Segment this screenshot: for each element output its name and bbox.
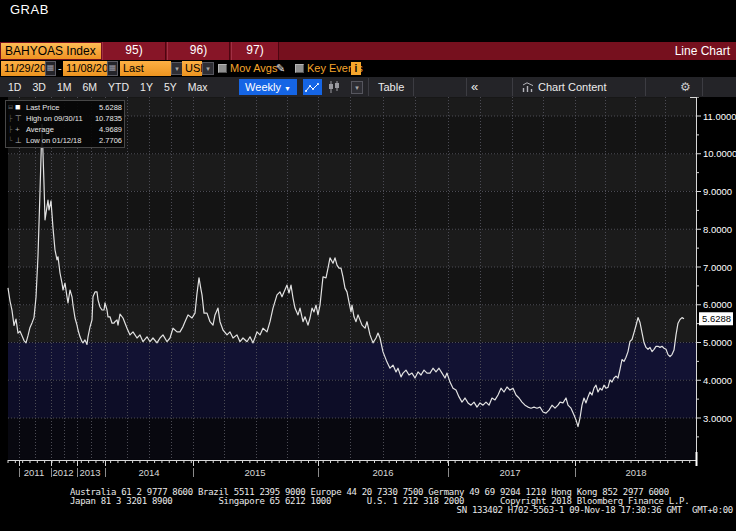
caret-down-icon: ▼: [284, 85, 291, 92]
svg-text:10.0000: 10.0000: [703, 148, 736, 159]
svg-text:2013: 2013: [79, 467, 100, 478]
chart-content-button[interactable]: Chart Content: [538, 77, 606, 97]
frequency-label: Weekly: [245, 81, 281, 93]
svg-text:9.0000: 9.0000: [703, 186, 732, 197]
footer-session-line: SN 133402 H702-5563-1 09-Nov-18 17:30:36…: [457, 505, 733, 515]
legend-collapse-icon[interactable]: ⊟: [8, 102, 15, 113]
chart-area: 201120122013201420152016201720183.00004.…: [0, 97, 736, 486]
period-1d-button[interactable]: 1D: [6, 81, 23, 93]
legend-label: High on 09/30/11: [26, 113, 89, 124]
chart-content-icon: [521, 79, 535, 95]
line-chart-type-button[interactable]: [303, 79, 322, 95]
chart-type-caret-icon[interactable]: ▾: [351, 81, 363, 94]
legend-row-last-price[interactable]: ⊟ ■ Last Price 5.6288: [8, 102, 122, 113]
end-date-field[interactable]: 11/08/2018: [63, 61, 107, 76]
title-bar: BAHYOAS Index 95) Compare 96) Actions▾ 9…: [0, 42, 736, 60]
period-ytd-button[interactable]: YTD: [106, 81, 131, 93]
date-range-separator: -: [58, 61, 62, 76]
legend-value: 5.6288: [89, 102, 122, 113]
edit-menu-button[interactable]: 97) Edit▾: [231, 42, 279, 60]
info-icon[interactable]: i: [351, 62, 361, 75]
actions-menu-button[interactable]: 96) Actions▾: [167, 42, 230, 60]
series-marker-icon: ■: [15, 102, 26, 113]
candle-chart-type-button[interactable]: [326, 79, 342, 95]
calendar-icon[interactable]: ▦: [107, 61, 118, 76]
toolbar-divider: [413, 78, 414, 96]
start-date-field[interactable]: 11/29/2013: [1, 61, 45, 76]
svg-text:3.0000: 3.0000: [703, 413, 732, 424]
grab-bar: GRAB: [0, 0, 736, 42]
legend-tree-glyph: └: [8, 135, 15, 146]
svg-text:7.0000: 7.0000: [703, 262, 732, 273]
compare-button[interactable]: 95) Compare: [102, 42, 166, 60]
period-3d-button[interactable]: 3D: [30, 81, 47, 93]
gear-icon[interactable]: ⚙: [680, 77, 691, 97]
legend-row-average[interactable]: ├ + Average 4.9689: [8, 124, 122, 135]
line-chart-icon: [305, 82, 320, 93]
period-max-button[interactable]: Max: [186, 81, 210, 93]
toolbar-divider: [368, 78, 369, 96]
svg-text:2017: 2017: [499, 467, 520, 478]
price-field-select[interactable]: Last Price: [120, 61, 171, 76]
legend-value: 4.9689: [89, 124, 122, 135]
collapse-panel-button[interactable]: «: [471, 77, 478, 97]
low-marker-icon: ⊥: [15, 135, 26, 146]
period-5y-button[interactable]: 5Y: [162, 81, 179, 93]
svg-text:4.0000: 4.0000: [703, 375, 732, 386]
period-1m-button[interactable]: 1M: [55, 81, 74, 93]
legend-value: 10.7835: [89, 113, 122, 124]
toolbar-divider: [645, 78, 646, 96]
legend-tree-glyph: ├: [8, 124, 15, 135]
toolbar-divider: [512, 78, 513, 96]
svg-text:8.0000: 8.0000: [703, 224, 732, 235]
field-row: 11/29/2013 ▦ - 11/08/2018 ▦ Last Price ▾…: [0, 60, 736, 77]
period-1y-button[interactable]: 1Y: [138, 81, 155, 93]
toolbar-divider: [466, 78, 467, 96]
svg-text:2012: 2012: [52, 467, 73, 478]
high-marker-icon: ⊤: [15, 113, 26, 124]
chart-toolbar: 1D 3D 1M 6M YTD 1Y 5Y Max Weekly▼: [0, 77, 736, 97]
period-buttons: 1D 3D 1M 6M YTD 1Y 5Y Max: [6, 77, 210, 97]
svg-text:2015: 2015: [244, 467, 265, 478]
calendar-icon[interactable]: ▦: [45, 61, 56, 76]
chart-type-label: Line Chart: [675, 42, 730, 60]
pencil-icon[interactable]: ✎: [276, 60, 285, 76]
svg-text:5.0000: 5.0000: [703, 337, 732, 348]
legend-label: Average: [26, 124, 89, 135]
currency-select[interactable]: USD: [182, 61, 202, 76]
svg-text:11.0000: 11.0000: [703, 111, 736, 122]
svg-text:5.6288: 5.6288: [702, 313, 731, 324]
svg-text:2014: 2014: [138, 467, 159, 478]
svg-text:2016: 2016: [372, 467, 393, 478]
svg-text:2011: 2011: [24, 467, 44, 478]
average-marker-icon: +: [15, 124, 26, 135]
legend-tree-glyph: ├: [8, 113, 15, 124]
key-events-checkbox[interactable]: [295, 64, 304, 73]
chart-legend[interactable]: ⊟ ■ Last Price 5.6288 ├ ⊤ High on 09/30/…: [5, 100, 125, 148]
legend-row-low[interactable]: └ ⊥ Low on 01/12/18 2.7706: [8, 135, 122, 146]
svg-text:2018: 2018: [625, 467, 646, 478]
bloomberg-terminal-window: GRAB BAHYOAS Index 95) Compare 96) Actio…: [0, 0, 736, 531]
frequency-select[interactable]: Weekly▼: [239, 79, 297, 95]
legend-value: 2.7706: [89, 135, 122, 146]
currency-caret-icon[interactable]: ▾: [202, 62, 214, 75]
legend-label: Last Price: [26, 102, 89, 113]
legend-label: Low on 01/12/18: [26, 135, 89, 146]
period-6m-button[interactable]: 6M: [80, 81, 99, 93]
svg-text:6.0000: 6.0000: [703, 299, 732, 310]
mov-avgs-label: Mov Avgs: [230, 60, 278, 77]
table-button[interactable]: Table: [378, 77, 404, 97]
price-chart[interactable]: 201120122013201420152016201720183.00004.…: [0, 97, 736, 486]
mov-avgs-checkbox[interactable]: [218, 64, 227, 73]
candlestick-icon: [328, 81, 340, 93]
ticker-input[interactable]: BAHYOAS Index: [1, 43, 101, 59]
toolbar-divider: [702, 78, 703, 96]
window-title: GRAB: [10, 2, 49, 17]
legend-row-high[interactable]: ├ ⊤ High on 09/30/11 10.7835: [8, 113, 122, 124]
